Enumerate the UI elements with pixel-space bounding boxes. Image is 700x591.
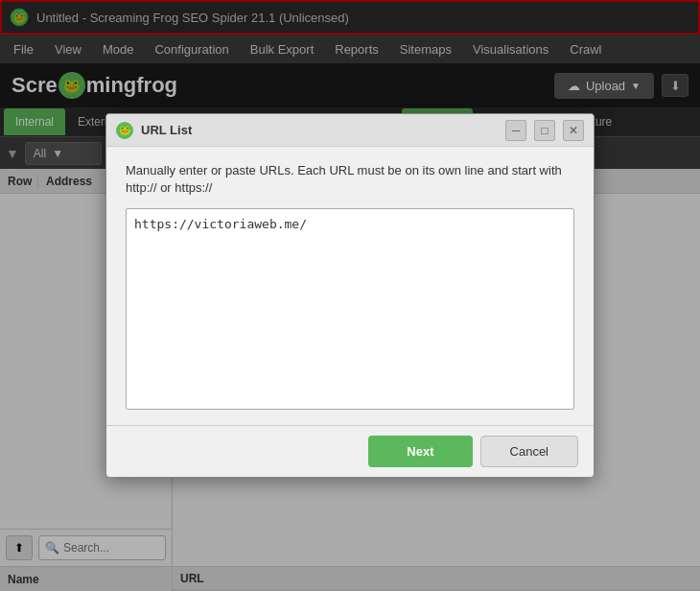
modal-title: URL List	[141, 123, 498, 137]
modal-icon: 🐸	[116, 122, 133, 139]
modal-description: Manually enter or paste URLs. Each URL m…	[126, 162, 574, 197]
minimize-icon: ─	[512, 124, 521, 137]
modal-title-bar: 🐸 URL List ─ □ ✕	[106, 114, 594, 147]
modal-close-button[interactable]: ✕	[563, 120, 584, 141]
url-list-modal: 🐸 URL List ─ □ ✕ Manually enter or paste…	[105, 113, 595, 478]
url-textarea[interactable]	[126, 208, 574, 410]
modal-footer: Next Cancel	[106, 425, 594, 477]
maximize-icon: □	[541, 124, 548, 137]
next-button[interactable]: Next	[368, 436, 472, 467]
close-icon: ✕	[569, 124, 578, 137]
modal-body: Manually enter or paste URLs. Each URL m…	[106, 147, 594, 425]
modal-overlay: 🐸 URL List ─ □ ✕ Manually enter or paste…	[0, 0, 700, 591]
modal-minimize-button[interactable]: ─	[505, 120, 526, 141]
cancel-button[interactable]: Cancel	[480, 436, 578, 467]
modal-maximize-button[interactable]: □	[534, 120, 555, 141]
